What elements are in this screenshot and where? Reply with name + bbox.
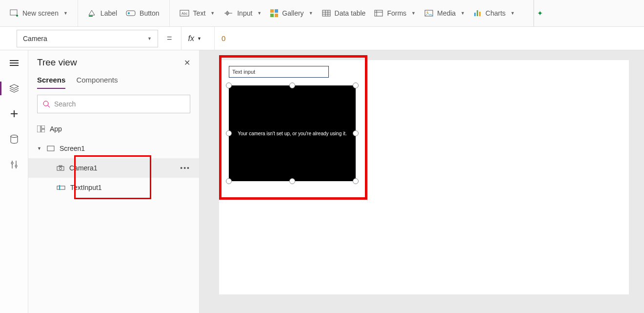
svg-rect-0 <box>10 10 17 15</box>
media-button[interactable]: Media ▼ <box>424 9 465 17</box>
tree-view-button[interactable] <box>8 83 20 94</box>
app-icon <box>37 125 45 132</box>
label-icon <box>88 9 97 17</box>
insert-button[interactable] <box>8 108 20 120</box>
tree-node-textinput1[interactable]: TextInput1 <box>28 178 199 197</box>
sliders-icon <box>10 160 18 169</box>
tree-header: Tree view ✕ <box>28 50 199 71</box>
gallery-icon <box>270 9 278 17</box>
canvas-area: Text input Your camera isn't set up, or … <box>200 50 644 313</box>
svg-point-46 <box>60 167 62 170</box>
search-placeholder: Search <box>54 100 76 108</box>
new-screen-button[interactable]: New screen ▼ <box>10 9 68 17</box>
device-frame[interactable]: Text input Your camera isn't set up, or … <box>219 60 629 294</box>
tree-tabs: Screens Components <box>28 71 199 89</box>
layers-icon <box>9 84 19 93</box>
input-button[interactable]: Input ▼ <box>223 9 262 17</box>
gallery-label: Gallery <box>282 9 303 17</box>
selection-handle[interactable] <box>353 130 359 136</box>
chevron-down-icon: ▼ <box>461 11 465 16</box>
selection-handle[interactable] <box>353 178 359 184</box>
ribbon-group-screen: New screen ▼ <box>0 0 78 26</box>
tree-node-screen1[interactable]: ▼ Screen1 <box>28 139 199 158</box>
close-icon[interactable]: ✕ <box>184 58 190 67</box>
tree-node-app[interactable]: App <box>28 119 199 139</box>
tools-button[interactable] <box>8 159 20 170</box>
chevron-down-icon: ▼ <box>309 11 313 16</box>
charts-icon <box>474 10 482 17</box>
button-button[interactable]: Button <box>126 9 159 17</box>
chevron-down-icon: ▼ <box>257 11 262 16</box>
forms-button[interactable]: Forms ▼ <box>374 9 416 17</box>
svg-rect-12 <box>275 9 278 13</box>
tree-camera1-label: Camera1 <box>69 164 98 172</box>
svg-rect-4 <box>126 11 135 16</box>
fx-button[interactable]: fx ▼ <box>181 27 208 50</box>
svg-text:Abc: Abc <box>181 12 188 15</box>
equals-label: = <box>164 33 175 43</box>
canvas-textinput-control[interactable]: Text input <box>229 66 329 78</box>
svg-point-38 <box>43 101 48 106</box>
selection-handle[interactable] <box>353 83 359 88</box>
svg-rect-42 <box>41 129 45 132</box>
svg-point-33 <box>11 135 18 138</box>
tree-screen1-label: Screen1 <box>60 145 85 152</box>
svg-point-24 <box>426 12 428 13</box>
svg-point-35 <box>11 162 13 164</box>
tree-node-camera1[interactable]: Camera1 ••• <box>28 158 199 178</box>
selection-handle[interactable] <box>226 130 232 136</box>
tree-app-label: App <box>50 125 62 133</box>
textinput-icon <box>57 185 65 190</box>
formula-input[interactable]: 0 <box>214 27 644 50</box>
property-dropdown[interactable]: Camera ▼ <box>17 30 158 47</box>
svg-rect-11 <box>270 9 274 13</box>
canvas-camera-control[interactable]: Your camera isn't set up, or you're alre… <box>229 85 356 181</box>
label-button[interactable]: Label <box>88 9 117 17</box>
svg-rect-20 <box>375 10 382 16</box>
text-button[interactable]: Abc Text ▼ <box>180 9 215 17</box>
camera-icon <box>57 165 64 171</box>
new-screen-label: New screen <box>22 9 59 17</box>
ribbon-toolbar: New screen ▼ Label Button Abc Text ▼ <box>0 0 644 27</box>
chevron-down-icon[interactable]: ▼ <box>37 146 42 151</box>
svg-line-39 <box>48 105 50 107</box>
search-input[interactable]: Search <box>37 95 190 113</box>
svg-rect-13 <box>270 14 274 17</box>
tab-components[interactable]: Components <box>76 76 118 89</box>
left-rail <box>0 50 28 313</box>
charts-label: Charts <box>485 9 505 17</box>
ribbon-group-basic: Label Button <box>78 0 170 26</box>
tree-panel: Tree view ✕ Screens Components Search Ap… <box>28 50 200 313</box>
label-label: Label <box>101 9 117 17</box>
more-icon[interactable]: ••• <box>180 164 190 172</box>
chevron-down-icon: ▼ <box>210 11 215 16</box>
database-icon <box>10 135 18 144</box>
hamburger-button[interactable] <box>8 57 20 69</box>
svg-rect-41 <box>41 125 45 128</box>
formula-bar: Camera ▼ = fx ▼ 0 <box>0 27 644 50</box>
selection-handle[interactable] <box>289 178 295 184</box>
datatable-button[interactable]: Data table <box>322 9 366 17</box>
media-icon <box>424 10 433 17</box>
data-button[interactable] <box>8 133 20 145</box>
chevron-down-icon: ▼ <box>147 36 152 41</box>
chevron-down-icon: ▼ <box>63 11 68 16</box>
fx-icon: fx <box>188 34 194 43</box>
main-area: Tree view ✕ Screens Components Search Ap… <box>0 50 644 313</box>
input-label: Input <box>237 9 252 17</box>
formula-value: 0 <box>221 34 225 42</box>
selection-handle[interactable] <box>289 83 295 88</box>
svg-rect-26 <box>477 10 478 16</box>
charts-button[interactable]: Charts ▼ <box>474 9 515 17</box>
datatable-icon <box>322 10 331 17</box>
tree-title: Tree view <box>37 57 77 68</box>
selection-handle[interactable] <box>226 83 232 88</box>
svg-rect-14 <box>275 14 278 17</box>
plus-screen-icon <box>10 9 19 17</box>
text-icon: Abc <box>180 10 189 17</box>
ribbon-overflow-button[interactable]: ✦ <box>534 0 546 26</box>
selection-handle[interactable] <box>226 178 232 184</box>
gallery-button[interactable]: Gallery ▼ <box>270 9 313 17</box>
text-label: Text <box>193 9 206 17</box>
tab-screens[interactable]: Screens <box>37 76 65 89</box>
